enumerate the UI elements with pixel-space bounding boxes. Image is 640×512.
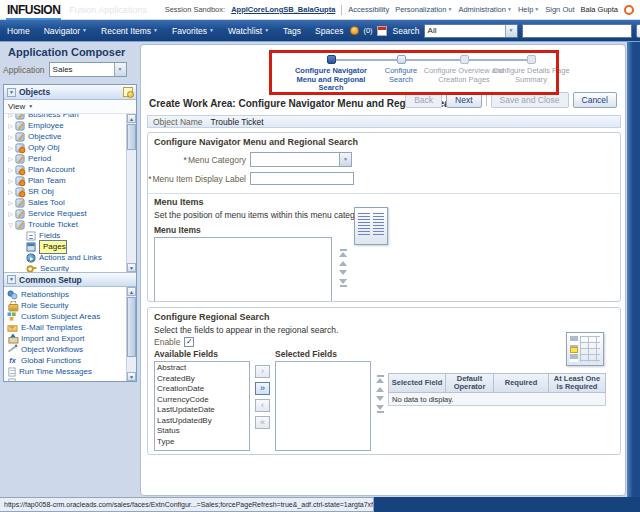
move-bottom-button[interactable] [376, 405, 384, 413]
common-setup-header[interactable]: ▼ Common Setup [4, 272, 136, 287]
collapse-icon[interactable]: ▼ [7, 88, 16, 97]
move-top-button[interactable] [376, 375, 384, 383]
train-step-marker-current[interactable] [327, 55, 336, 64]
scroll-down-icon[interactable]: ▼ [127, 372, 136, 381]
list-item[interactable]: Relationships [7, 289, 136, 300]
tree-item[interactable]: ▷Employee [6, 120, 136, 131]
list-item[interactable]: E-Mail Templates [7, 322, 136, 333]
search-scope-select[interactable]: All ▼ [424, 24, 518, 38]
search-input[interactable] [522, 24, 632, 38]
next-button[interactable]: Next [446, 92, 481, 108]
nav-spaces[interactable]: Spaces [308, 26, 350, 36]
selected-fields-listbox[interactable] [275, 361, 371, 451]
list-option[interactable]: CreationDate [157, 384, 247, 395]
move-all-left-button[interactable]: « [255, 416, 270, 429]
move-left-button[interactable]: ‹ [255, 399, 270, 412]
user-avatar-icon[interactable] [624, 5, 634, 15]
tree-item[interactable]: ▷Period [6, 153, 136, 164]
list-item[interactable]: Role Security [7, 300, 136, 311]
train-step-1[interactable]: Configure Navigator Menu and Regional Se… [291, 67, 371, 93]
save-and-close-button[interactable]: Save and Close [491, 92, 569, 108]
tree-item[interactable]: Actions and Links [6, 252, 136, 263]
application-select[interactable]: Sales ▼ [49, 62, 127, 77]
nav-watchlist[interactable]: Watchlist ▼ [221, 26, 276, 36]
nav-favorites[interactable]: Favorites ▼ [165, 26, 221, 36]
tree-scrollbar[interactable]: ▲ ▼ [126, 114, 136, 272]
move-up-button[interactable] [339, 261, 347, 266]
notifications-bell-icon[interactable] [350, 26, 359, 35]
nav-tags[interactable]: Tags [276, 26, 308, 36]
calendar-icon[interactable] [377, 26, 387, 36]
list-option[interactable]: LastUpdatedBy [157, 416, 247, 427]
nav-navigator[interactable]: Navigator ▼ [37, 26, 94, 36]
list-option[interactable]: LastUpdateDate [157, 405, 247, 416]
tree-item[interactable]: ▷Opty Obj [6, 142, 136, 153]
cancel-button[interactable]: Cancel [573, 92, 617, 108]
tree-item[interactable]: ▷Service Request [6, 208, 136, 219]
expand-icon[interactable]: ▷ [6, 155, 15, 162]
menu-category-select[interactable]: ▼ [250, 152, 352, 167]
help-menu[interactable]: Help ▼ [518, 5, 539, 14]
expand-icon[interactable]: ▷ [6, 210, 15, 217]
window-scrollbar[interactable] [627, 42, 640, 497]
scroll-up-icon[interactable]: ▲ [127, 287, 136, 296]
tree-item[interactable]: ▷Objective [6, 131, 136, 142]
collapse-tree-icon[interactable]: ▽ [6, 221, 15, 228]
nav-home[interactable]: Home [0, 26, 37, 36]
accessibility-link[interactable]: Accessibility [348, 5, 389, 14]
list-item[interactable]: Run Time Messages [7, 366, 136, 377]
list-option[interactable]: Type [157, 437, 247, 448]
notification-count[interactable]: (0) [363, 26, 372, 35]
enable-checkbox[interactable]: ✓ [184, 337, 194, 347]
train-step-2[interactable]: Configure Search [377, 67, 425, 84]
tree-item[interactable]: Security [6, 263, 136, 272]
expand-icon[interactable]: ▷ [6, 177, 15, 184]
expand-icon[interactable]: ▷ [6, 144, 15, 151]
administration-menu[interactable]: Administration ▼ [458, 5, 511, 14]
scroll-down-icon[interactable]: ▼ [127, 263, 136, 272]
move-down-button[interactable] [339, 270, 347, 275]
move-right-button[interactable]: › [255, 365, 270, 378]
list-option[interactable]: Status [157, 426, 247, 437]
expand-icon[interactable]: ▷ [6, 166, 15, 173]
list-option[interactable]: CurrencyCode [157, 395, 247, 406]
list-item[interactable]: Import and Export [7, 333, 136, 344]
list-item[interactable]: fxGlobal Functions [7, 355, 136, 366]
expand-icon[interactable]: ▷ [6, 133, 15, 140]
search-go-button[interactable] [636, 24, 640, 38]
move-down-button[interactable] [376, 396, 384, 401]
collapse-icon[interactable]: ▼ [7, 275, 16, 284]
tree-item[interactable]: ▷Plan Team [6, 175, 136, 186]
menu-item-display-input[interactable] [250, 172, 354, 185]
expand-icon[interactable]: ▷ [6, 114, 15, 118]
tree-item[interactable]: ▷Sales Tool [6, 197, 136, 208]
tree-item[interactable]: Fields [6, 230, 136, 241]
move-all-right-button[interactable]: » [255, 382, 270, 395]
train-step-marker[interactable] [397, 55, 406, 64]
list-item-partial[interactable] [7, 377, 136, 381]
common-setup-scrollbar[interactable]: ▲ ▼ [126, 287, 136, 381]
menu-items-listbox[interactable] [154, 237, 332, 302]
tree-item[interactable]: ▷Plan Account [6, 164, 136, 175]
expand-icon[interactable]: ▷ [6, 122, 15, 129]
list-option[interactable]: CreatedBy [157, 374, 247, 385]
expand-icon[interactable]: ▷ [6, 188, 15, 195]
tree-item[interactable]: ▷SR Obj [6, 186, 136, 197]
list-option[interactable]: Abstract [157, 363, 247, 374]
sign-out-link[interactable]: Sign Out [545, 5, 574, 14]
back-button[interactable]: Back [405, 92, 442, 108]
list-item[interactable]: Object Workflows [7, 344, 136, 355]
nav-recent-items[interactable]: Recent Items ▼ [94, 26, 165, 36]
available-fields-listbox[interactable]: Abstract CreatedBy CreationDate Currency… [154, 361, 250, 451]
personalization-menu[interactable]: Personalization ▼ [395, 5, 452, 14]
session-sandbox-link[interactable]: ApplCoreLongSB_BalaGupta [231, 5, 335, 14]
tree-item-selected[interactable]: Pages [6, 241, 136, 252]
list-item[interactable]: Custom Subject Areas [7, 311, 136, 322]
view-menu-button[interactable]: View ▼ [8, 102, 33, 111]
expand-icon[interactable]: ▷ [6, 199, 15, 206]
move-up-button[interactable] [376, 387, 384, 392]
scrollbar-thumb[interactable] [127, 124, 136, 150]
objects-panel-header[interactable]: ▼ Objects [4, 85, 136, 100]
scrollbar-thumb[interactable] [127, 297, 136, 357]
move-bottom-button[interactable] [339, 279, 347, 287]
